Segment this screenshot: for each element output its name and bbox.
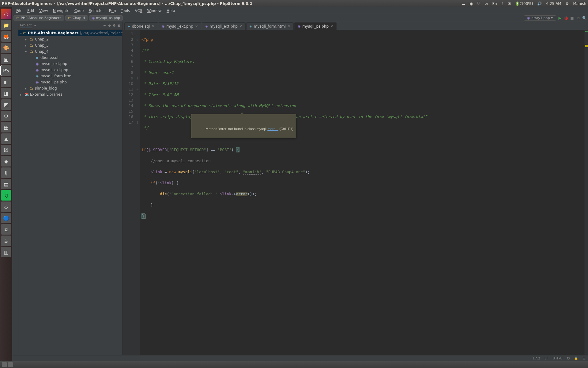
launcher-java[interactable]: ☕ <box>1 236 11 246</box>
launcher-app7[interactable]: ◇ <box>1 201 11 212</box>
tree-file[interactable]: ◉mysqli_ps.php <box>18 79 122 85</box>
launcher-app2[interactable]: ◨ <box>1 88 11 98</box>
tree-folder-chap4[interactable]: ▾🗀Chap_4 <box>18 48 122 55</box>
collapse-icon[interactable]: ⇤ <box>103 24 106 28</box>
stripe-mark[interactable] <box>585 45 588 46</box>
status-caret-pos[interactable]: 17:2 <box>533 356 540 360</box>
run-config-selector[interactable]: ◉array1.php ▾ <box>524 15 556 21</box>
close-icon[interactable]: × <box>288 24 290 28</box>
tree-external-libs[interactable]: ▸📚External Libraries <box>18 91 122 98</box>
chevron-down-icon[interactable]: ▾ <box>34 24 36 28</box>
mail-icon[interactable]: ✉ <box>508 2 511 6</box>
status-menu-icon[interactable]: ☰ <box>582 356 586 360</box>
menu-help[interactable]: Help <box>164 8 177 13</box>
menu-window[interactable]: Window <box>145 8 164 13</box>
menu-edit[interactable]: Edit <box>25 8 36 13</box>
tooltip-more-link[interactable]: more... <box>267 127 278 131</box>
debug-button[interactable]: 🐞 <box>564 16 568 21</box>
bluetooth-icon[interactable]: ᛒ <box>501 2 503 6</box>
menu-vcs[interactable]: VCS <box>133 8 144 13</box>
code-editor[interactable]: 1234567891011121314151617 ⊟⌋⊟⌋ <?php /**… <box>123 30 588 355</box>
menu-navigate[interactable]: Navigate <box>51 8 72 13</box>
breadcrumb-file[interactable]: ◉mysqli_ps.php <box>89 15 123 21</box>
launcher-calc[interactable]: ▤ <box>1 179 11 189</box>
keyboard-indicator[interactable]: En <box>492 2 497 6</box>
close-icon[interactable]: × <box>195 24 198 28</box>
chrome-icon[interactable]: ◉ <box>469 2 473 6</box>
hide-icon[interactable]: ⊟ <box>118 24 120 28</box>
cloud-icon[interactable]: ☁ <box>462 2 465 6</box>
launcher-gimp[interactable]: 🎨 <box>1 43 11 53</box>
menu-run[interactable]: Run <box>107 8 118 13</box>
launcher-app9[interactable]: ▥ <box>1 247 11 257</box>
launcher-dash[interactable]: ◌ <box>1 9 11 19</box>
menu-view[interactable]: View <box>37 8 50 13</box>
status-encoding[interactable]: UTF-8 <box>552 356 562 360</box>
launcher-app4[interactable]: ▦ <box>1 122 11 132</box>
launcher-files[interactable]: 📁 <box>1 20 11 30</box>
breadcrumb-folder[interactable]: 🗀Chap_4 <box>65 15 88 21</box>
launcher-app6[interactable]: ◆ <box>1 156 11 167</box>
autoscroll-icon[interactable]: ⊙ <box>108 24 111 28</box>
tree-file[interactable]: ◆dbone.sql <box>18 55 122 61</box>
window-item[interactable] <box>8 362 13 367</box>
tree-folder-chap3[interactable]: ▸🗀Chap_3 <box>18 42 122 48</box>
shield-icon[interactable]: ⛉ <box>477 2 481 6</box>
tree-file[interactable]: ◉mysql_ext.php <box>18 61 122 67</box>
gear-icon[interactable]: ⚙ <box>566 2 569 6</box>
fold-gutter[interactable]: ⊟⌋⊟⌋ <box>135 30 140 355</box>
window-item[interactable] <box>2 362 7 367</box>
menu-file[interactable]: File <box>14 8 24 13</box>
tree-file[interactable]: ◈mysqli_form.html <box>18 73 122 79</box>
launcher-idea[interactable]: IJ <box>1 167 11 178</box>
clock[interactable]: 6:25 AM <box>546 2 561 6</box>
breadcrumb-root[interactable]: 🗀PHP-Absolute-Beginners <box>13 15 64 21</box>
error-stripe[interactable] <box>584 30 588 355</box>
launcher-app8[interactable]: 🔵 <box>1 213 11 223</box>
launcher-settings[interactable]: ⚙ <box>1 111 11 121</box>
tree-folder-chap2[interactable]: ▸🗀Chap_2 <box>18 36 122 42</box>
wifi-icon[interactable]: ⊿ <box>485 2 488 6</box>
tab-dbone[interactable]: ◆dbone.sql× <box>124 22 158 30</box>
launcher-phpstorm[interactable]: PS <box>1 65 11 76</box>
menubar: File Edit View Navigate Code Refactor Ru… <box>12 7 588 14</box>
volume-icon[interactable]: 🔊 <box>537 2 542 6</box>
tab-mysqli-ext[interactable]: ◉mysqli_ext.php× <box>202 22 246 30</box>
project-panel-header[interactable]: Project ▾ ⇤ ⊙ ⚙ ⊟ <box>18 22 122 29</box>
launcher-vscode[interactable]: ⧉ <box>1 224 11 235</box>
run-button[interactable]: ▶ <box>557 16 562 21</box>
battery-indicator[interactable]: 🔋 (100%) <box>515 2 533 6</box>
tab-mysql-ext[interactable]: ◉mysql_ext.php× <box>159 22 202 30</box>
launcher-terminal[interactable]: ▣ <box>1 54 11 64</box>
menu-tools[interactable]: Tools <box>119 8 132 13</box>
search-button[interactable]: 🔍 <box>582 16 587 21</box>
launcher-spotify[interactable]: ♫ <box>1 190 11 201</box>
coverage-button[interactable]: ⧉ <box>576 16 581 21</box>
menu-refactor[interactable]: Refactor <box>86 8 106 13</box>
stripe-mark[interactable] <box>585 31 588 32</box>
tree-folder-simple[interactable]: ▸🗀simple_blog <box>18 85 122 91</box>
close-icon[interactable]: × <box>239 24 242 28</box>
menu-code[interactable]: Code <box>72 8 86 13</box>
launcher-firefox[interactable]: 🦊 <box>1 31 11 42</box>
close-icon[interactable]: × <box>330 24 333 28</box>
username[interactable]: Manish <box>573 2 586 6</box>
tree-file[interactable]: ◉mysqli_ext.php <box>18 67 122 73</box>
status-line-ending[interactable]: LF <box>545 356 548 360</box>
status-context[interactable]: ⏣ <box>567 356 570 360</box>
gear-icon[interactable]: ⚙ <box>113 24 116 28</box>
launcher-app5[interactable]: ☑ <box>1 145 11 155</box>
stripe-mark[interactable] <box>585 46 588 47</box>
tool-strip-left[interactable] <box>12 22 18 355</box>
close-icon[interactable]: × <box>152 24 154 28</box>
tree-root[interactable]: ▾🗀PHP-Absolute-Beginners (/var/www/html/… <box>18 30 122 36</box>
launcher-app[interactable]: ◧ <box>1 77 11 87</box>
launcher-vlc[interactable]: ▲ <box>1 133 11 144</box>
stop-button[interactable]: ■ <box>570 16 575 21</box>
tab-mysqli-ps[interactable]: ◉mysqli_ps.php× <box>294 22 337 30</box>
code-content[interactable]: <?php /** * Created by PhpStorm. * User:… <box>140 30 584 355</box>
tab-mysqli-form[interactable]: ◈mysqli_form.html× <box>246 22 294 30</box>
lock-icon[interactable]: 🔒 <box>574 356 578 360</box>
unity-launcher: ◌ 📁 🦊 🎨 ▣ PS ◧ ◨ ◩ ⚙ ▦ ▲ ☑ ◆ IJ ▤ ♫ ◇ 🔵 … <box>0 7 12 361</box>
launcher-app3[interactable]: ◩ <box>1 99 11 110</box>
